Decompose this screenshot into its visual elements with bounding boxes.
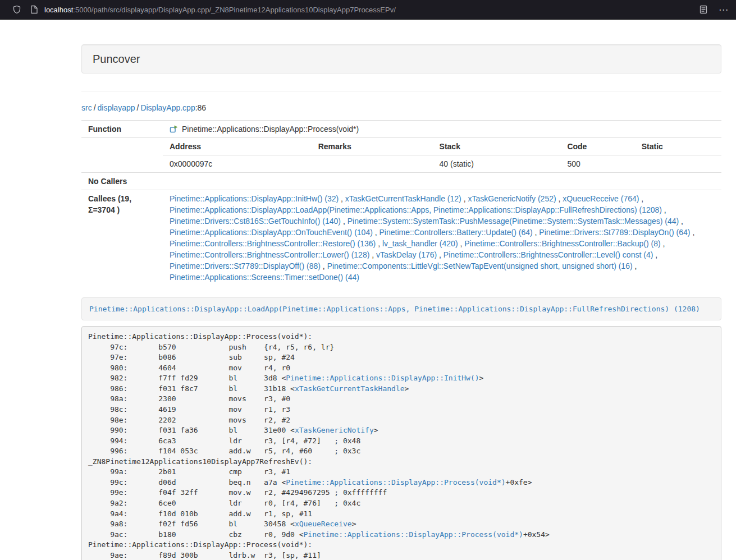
remarks-value bbox=[312, 155, 433, 173]
callee-link[interactable]: Pinetime::Controllers::Battery::Update()… bbox=[380, 228, 533, 237]
divider bbox=[81, 91, 721, 91]
function-table: Function Pinetime::Applications::Display… bbox=[81, 120, 721, 286]
breadcrumb-line-number: :86 bbox=[195, 103, 206, 112]
no-callers-label: No Callers bbox=[81, 173, 163, 190]
column-header-stack: Stack bbox=[433, 138, 561, 155]
code-value: 500 bbox=[560, 155, 634, 173]
disassembly-link[interactable]: Pinetime::Applications::DisplayApp::Proc… bbox=[304, 530, 523, 539]
function-name-cell: Pinetime::Applications::DisplayApp::Proc… bbox=[163, 121, 721, 138]
callee-link[interactable]: Pinetime::Controllers::BrightnessControl… bbox=[444, 250, 653, 259]
url-host: localhost bbox=[44, 6, 73, 14]
function-icon bbox=[170, 125, 179, 134]
symbol-link[interactable]: Pinetime::Applications::DisplayApp::Load… bbox=[89, 305, 700, 313]
callee-link[interactable]: lv_task_handler (420) bbox=[382, 239, 458, 248]
breadcrumb-separator: / bbox=[94, 103, 96, 112]
callee-link[interactable]: xTaskGetCurrentTaskHandle (12) bbox=[345, 194, 461, 203]
callee-link[interactable]: Pinetime::Applications::DisplayApp::Init… bbox=[170, 194, 339, 203]
disassembly-link[interactable]: Pinetime::Applications::DisplayApp::Init… bbox=[286, 374, 479, 382]
address-value: 0x0000097c bbox=[163, 155, 312, 173]
column-header-static: Static bbox=[635, 138, 721, 155]
reader-mode-icon[interactable] bbox=[700, 5, 707, 14]
url-path: :5000/path/src/displayapp/DisplayApp.cpp… bbox=[73, 6, 396, 14]
stack-value: 40 (static) bbox=[433, 155, 561, 173]
breadcrumb: src/displayapp/DisplayApp.cpp:86 bbox=[81, 102, 721, 113]
callee-link[interactable]: Pinetime::Applications::DisplayApp::Load… bbox=[170, 205, 662, 214]
breadcrumb-link-src[interactable]: src bbox=[81, 103, 92, 112]
overflow-menu-icon[interactable]: ⋯ bbox=[719, 5, 728, 15]
metrics-header-row: Address Remarks Stack Code Static bbox=[163, 138, 721, 155]
breadcrumb-link-file[interactable]: DisplayApp.cpp bbox=[140, 103, 195, 112]
disassembly-link[interactable]: xTaskGenericNotify bbox=[295, 426, 374, 434]
column-header-remarks: Remarks bbox=[312, 138, 433, 155]
callee-link[interactable]: Pinetime::Applications::DisplayApp::OnTo… bbox=[170, 228, 373, 237]
callee-link[interactable]: xTaskGenericNotify (252) bbox=[468, 194, 556, 203]
shield-icon[interactable] bbox=[12, 5, 21, 14]
static-value bbox=[635, 155, 721, 173]
page-header: Puncover bbox=[81, 44, 721, 74]
callee-link[interactable]: Pinetime::Controllers::BrightnessControl… bbox=[170, 250, 369, 259]
breadcrumb-separator: / bbox=[137, 103, 139, 112]
page-info-icon[interactable] bbox=[30, 5, 38, 14]
symbol-panel: Pinetime::Applications::DisplayApp::Load… bbox=[81, 297, 721, 320]
disassembly: Pinetime::Applications::DisplayApp::Proc… bbox=[81, 326, 721, 560]
disassembly-link[interactable]: xQueueReceive bbox=[295, 520, 352, 528]
callee-link[interactable]: Pinetime::Components::LittleVgl::SetNewT… bbox=[327, 261, 633, 270]
callee-link[interactable]: Pinetime::Applications::Screens::Timer::… bbox=[170, 273, 359, 282]
function-row: Function Pinetime::Applications::Display… bbox=[81, 121, 721, 138]
browser-toolbar: localhost:5000/path/src/displayapp/Displ… bbox=[0, 0, 736, 20]
callee-link[interactable]: Pinetime::Controllers::BrightnessControl… bbox=[170, 239, 376, 248]
metrics-cell: Address Remarks Stack Code Static 0x0000… bbox=[163, 138, 721, 173]
callee-link[interactable]: Pinetime::Drivers::Cst816S::GetTouchInfo… bbox=[170, 217, 341, 226]
function-row-label: Function bbox=[81, 121, 163, 138]
callee-link[interactable]: Pinetime::Controllers::BrightnessControl… bbox=[464, 239, 660, 248]
callee-link[interactable]: vTaskDelay (176) bbox=[376, 250, 437, 259]
function-name: Pinetime::Applications::DisplayApp::Proc… bbox=[182, 125, 359, 134]
callees-row: Callees (19, Σ=3704 ) Pinetime::Applicat… bbox=[81, 190, 721, 286]
disassembly-link[interactable]: xTaskGetCurrentTaskHandle bbox=[295, 384, 405, 393]
content: Puncover src/displayapp/DisplayApp.cpp:8… bbox=[81, 44, 721, 560]
metrics-row-spacer bbox=[81, 138, 163, 173]
metrics-value-row: 0x0000097c 40 (static) 500 bbox=[163, 155, 721, 173]
callee-link[interactable]: xQueueReceive (764) bbox=[563, 194, 639, 203]
url-bar[interactable]: localhost:5000/path/src/displayapp/Displ… bbox=[44, 6, 700, 14]
no-callers-cell bbox=[163, 173, 721, 190]
callee-link[interactable]: Pinetime::System::SystemTask::PushMessag… bbox=[348, 217, 679, 226]
page-title: Puncover bbox=[93, 52, 710, 66]
metrics-row: Address Remarks Stack Code Static 0x0000… bbox=[81, 138, 721, 173]
callee-link[interactable]: Pinetime::Drivers::St7789::DisplayOn() (… bbox=[539, 228, 690, 237]
breadcrumb-link-displayapp[interactable]: displayapp bbox=[98, 103, 135, 112]
callees-list: Pinetime::Applications::DisplayApp::Init… bbox=[163, 190, 721, 286]
column-header-address: Address bbox=[163, 138, 312, 155]
column-header-code: Code bbox=[560, 138, 634, 155]
callee-link[interactable]: Pinetime::Drivers::St7789::DisplayOff() … bbox=[170, 261, 321, 270]
no-callers-row: No Callers bbox=[81, 173, 721, 190]
metrics-table: Address Remarks Stack Code Static 0x0000… bbox=[163, 138, 721, 172]
disassembly-link[interactable]: Pinetime::Applications::DisplayApp::Proc… bbox=[286, 478, 505, 486]
callees-label: Callees (19, Σ=3704 ) bbox=[81, 190, 163, 286]
toolbar-actions: ⋯ bbox=[700, 5, 728, 15]
